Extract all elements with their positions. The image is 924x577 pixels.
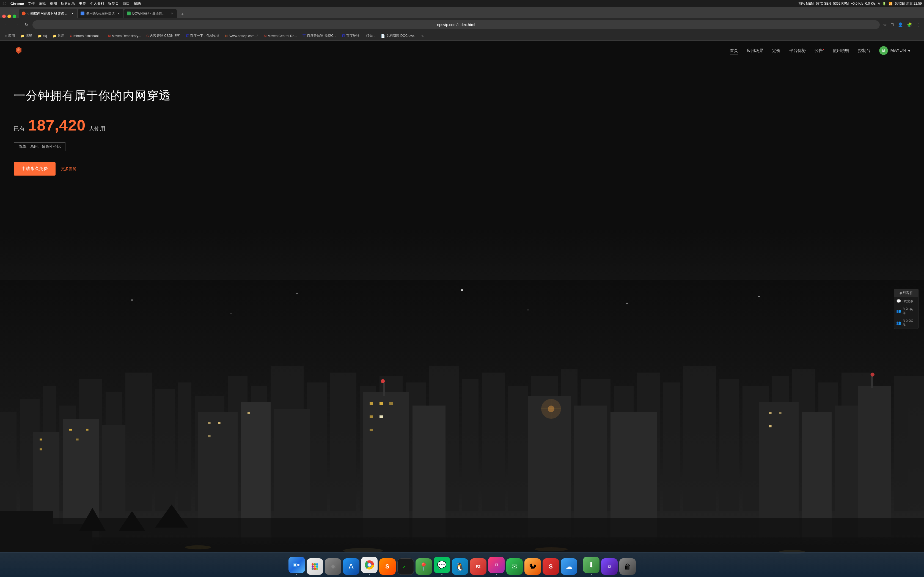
svg-point-101 bbox=[312, 563, 314, 566]
dock-downloader[interactable]: ⬇ bbox=[583, 557, 599, 575]
support-qq-group2[interactable]: 👥 加入QQ群 bbox=[894, 317, 918, 329]
menu-help[interactable]: 帮助 bbox=[134, 1, 141, 6]
dock-finder[interactable] bbox=[289, 557, 305, 575]
tab-2-favicon bbox=[81, 11, 84, 15]
nav-guide[interactable]: 使用说明 bbox=[833, 48, 849, 53]
dock-maps[interactable]: 📍 bbox=[415, 558, 432, 575]
memory-status: 78% MEM bbox=[798, 2, 813, 5]
user-menu[interactable]: M MAYUN ▾ bbox=[879, 46, 910, 55]
dock-screensnap[interactable]: S bbox=[543, 558, 559, 575]
support-qq-group1[interactable]: 👥 加入QQ群 bbox=[894, 305, 918, 317]
dock-launchpad[interactable] bbox=[307, 558, 323, 575]
input-source[interactable]: A bbox=[878, 2, 880, 5]
new-tab-button[interactable]: + bbox=[178, 10, 186, 18]
bookmark-csdn[interactable]: C 内容管理-CSDN博客 bbox=[144, 33, 183, 39]
svg-point-102 bbox=[314, 563, 316, 566]
dock-divider bbox=[580, 559, 580, 572]
address-input[interactable] bbox=[32, 20, 880, 29]
support-qq-chat[interactable]: 💬 QQ交谈 bbox=[894, 297, 918, 305]
menu-file[interactable]: 文件 bbox=[28, 1, 35, 6]
bookmark-maven-central[interactable]: M Maven Central Re... bbox=[262, 33, 299, 39]
dock-appstore[interactable]: A bbox=[343, 558, 359, 575]
dock-filezilla[interactable]: FZ bbox=[470, 558, 486, 575]
back-button[interactable]: ← bbox=[3, 21, 10, 29]
profile-icon[interactable]: 👤 bbox=[897, 21, 904, 28]
svg-rect-68 bbox=[380, 416, 383, 418]
nav-advantages[interactable]: 平台优势 bbox=[789, 48, 806, 53]
chrome-icon bbox=[361, 557, 378, 573]
bookmark-ckj[interactable]: 📁 ckj bbox=[36, 33, 49, 39]
cta-primary-button[interactable]: 申请永久免费 bbox=[14, 162, 55, 176]
forward-button[interactable]: → bbox=[13, 21, 20, 29]
bookmark-yunwei[interactable]: 📁 运维 bbox=[18, 33, 34, 39]
minimize-button[interactable] bbox=[7, 15, 11, 18]
svg-rect-8 bbox=[0, 412, 16, 511]
bookmark-apps[interactable]: ⊞ 应用 bbox=[2, 33, 17, 39]
tab-2[interactable]: 使用说明&服务协议 ✕ bbox=[78, 9, 123, 18]
dock-syspref[interactable] bbox=[325, 558, 341, 575]
network-down: 0.0 K/s bbox=[866, 2, 876, 5]
bookmarks-overflow[interactable]: » bbox=[420, 33, 425, 39]
dock-squirrel[interactable]: 🐿 bbox=[524, 558, 541, 575]
tab-2-close[interactable]: ✕ bbox=[116, 11, 121, 16]
bookmark-mirrors[interactable]: G mirrors / shishan1... bbox=[68, 33, 105, 39]
nav-home[interactable]: 首页 bbox=[730, 48, 738, 53]
bookmark-maven-central-label: Maven Central Re... bbox=[268, 34, 297, 38]
dock: A S >_ 📍 💬 🐧 FZ IJ bbox=[0, 552, 924, 577]
dock-wechat[interactable]: 💬 bbox=[434, 557, 450, 575]
network-up: +0.0 K/s bbox=[851, 2, 863, 5]
nav-scenarios[interactable]: 应用场景 bbox=[747, 48, 763, 53]
tab-1-close[interactable]: ✕ bbox=[70, 11, 74, 16]
nps-icon: N bbox=[225, 34, 228, 38]
more-menu-icon[interactable]: ⋮ bbox=[915, 21, 921, 28]
nav-dashboard[interactable]: 控制台 bbox=[858, 48, 871, 53]
apple-logo-icon[interactable]: ⌘ bbox=[2, 1, 6, 6]
tab-1[interactable]: 小蝴蝶内网穿透 NAT穿透 局域网... ✕ bbox=[19, 9, 77, 18]
menu-view[interactable]: 视图 bbox=[50, 1, 57, 6]
dock-chrome[interactable] bbox=[361, 557, 378, 575]
bookmark-baiduyun[interactable]: 百 百度云加速-免费C... bbox=[300, 33, 339, 39]
bookmark-maven[interactable]: M Maven Repository... bbox=[106, 33, 143, 39]
tab-search-icon[interactable]: ⊡ bbox=[889, 21, 895, 28]
dock-qq[interactable]: 🐧 bbox=[452, 558, 468, 575]
extensions-icon[interactable]: 🧩 bbox=[906, 21, 913, 28]
g-icon: G bbox=[70, 34, 72, 38]
terminal-icon: >_ bbox=[397, 558, 414, 575]
site-logo[interactable] bbox=[14, 46, 24, 55]
logo-icon bbox=[14, 46, 24, 55]
menu-profile[interactable]: 个人资料 bbox=[90, 1, 104, 6]
baiduyun-icon: 百 bbox=[302, 34, 306, 38]
bookmark-ckj-label: ckj bbox=[43, 34, 47, 38]
close-button[interactable] bbox=[2, 15, 6, 18]
bookmark-nps[interactable]: N "www.npsvip.com..." bbox=[223, 33, 261, 39]
menu-bookmarks[interactable]: 书签 bbox=[79, 1, 86, 6]
menu-history[interactable]: 历史记录 bbox=[61, 1, 75, 6]
reload-button[interactable]: ↻ bbox=[23, 21, 30, 29]
nav-announce[interactable]: 公告● bbox=[814, 48, 824, 53]
bookmark-changyong[interactable]: 📁 常用 bbox=[50, 33, 66, 39]
svg-point-104 bbox=[312, 566, 314, 568]
nav-pricing[interactable]: 定价 bbox=[772, 48, 780, 53]
tab-3[interactable]: DOWN源码 - 最全网页特效,网... ✕ bbox=[124, 9, 177, 18]
dock-messages[interactable]: ✉ bbox=[506, 558, 523, 575]
svg-point-105 bbox=[314, 566, 316, 568]
menu-edit[interactable]: 编辑 bbox=[39, 1, 46, 6]
bookmark-star-icon[interactable]: ☆ bbox=[882, 21, 888, 28]
menu-window[interactable]: 窗口 bbox=[123, 1, 130, 6]
svg-rect-35 bbox=[663, 382, 680, 511]
bookmark-baidustat[interactable]: 百 百度统计——领先... bbox=[339, 33, 378, 39]
dock-trash[interactable]: 🗑 bbox=[619, 558, 636, 575]
dock-cloudmounter[interactable]: ☁ bbox=[561, 558, 577, 575]
dock-idea[interactable]: IJ bbox=[488, 557, 505, 575]
dock-sublime[interactable]: S bbox=[379, 558, 396, 575]
address-icons: ☆ ⊡ 👤 🧩 ⋮ bbox=[882, 21, 921, 28]
dock-ide2[interactable]: IJ bbox=[601, 558, 618, 575]
bookmark-doc[interactable]: 📄 文档阅读-DOCleve... bbox=[379, 33, 419, 39]
dock-terminal[interactable]: >_ bbox=[397, 558, 414, 575]
fullscreen-button[interactable] bbox=[13, 15, 16, 18]
cta-link[interactable]: 更多套餐 bbox=[61, 166, 76, 171]
menu-tabs[interactable]: 标签页 bbox=[108, 1, 119, 6]
tab-3-close[interactable]: ✕ bbox=[170, 11, 174, 16]
hero-count-suffix: 人使用 bbox=[89, 125, 105, 132]
bookmark-baidu[interactable]: 百 百度一下，你就知道 bbox=[183, 33, 222, 39]
